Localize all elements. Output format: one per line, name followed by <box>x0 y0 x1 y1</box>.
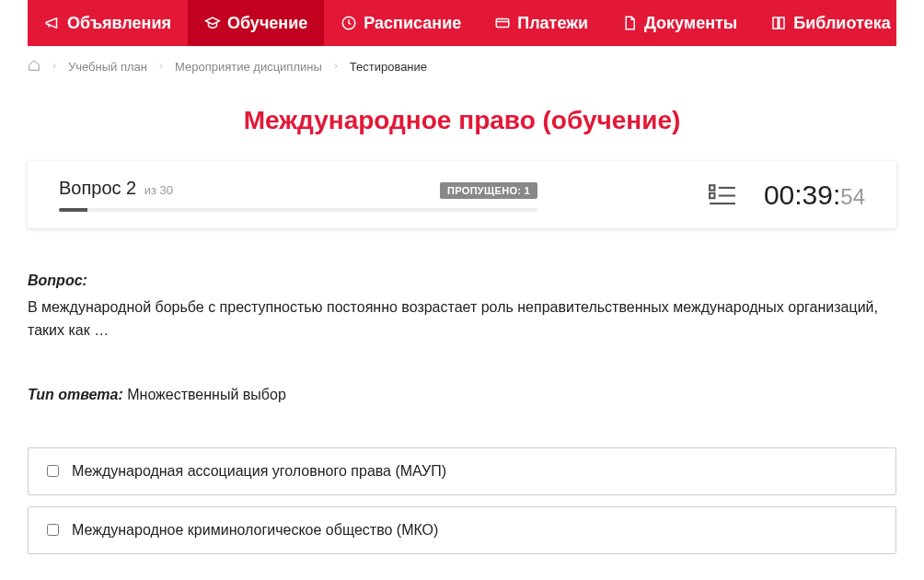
nav-announcements[interactable]: Объявления <box>28 0 188 46</box>
breadcrumb-current: Тестирование <box>350 60 427 74</box>
status-card: Вопрос 2 из 30 ПРОПУЩЕНО: 1 00:39:54 <box>28 161 896 228</box>
main-nav: Объявления Обучение Расписание Платежи <box>28 0 896 46</box>
option-item[interactable]: Международная ассоциация уголовного прав… <box>28 447 896 495</box>
timer: 00:39:54 <box>764 180 865 211</box>
progress-bar <box>59 208 537 212</box>
answer-type: Тип ответа: Множественный выбор <box>28 387 896 403</box>
nav-label: Обучение <box>227 14 307 33</box>
nav-documents[interactable]: Документы <box>605 0 754 46</box>
book-icon <box>770 15 787 31</box>
option-label: Международная ассоциация уголовного прав… <box>72 463 446 480</box>
page-title: Международное право (обучение) <box>28 106 896 135</box>
chevron-right-icon <box>331 60 341 74</box>
nav-label: Библиотека <box>793 14 891 33</box>
breadcrumb-link-plan[interactable]: Учебный план <box>68 60 147 74</box>
nav-education[interactable]: Обучение <box>188 0 324 46</box>
breadcrumb: Учебный план Мероприятие дисциплины Тест… <box>28 46 896 84</box>
nav-label: Платежи <box>517 14 588 33</box>
breadcrumb-link-event[interactable]: Мероприятие дисциплины <box>175 60 322 74</box>
chevron-right-icon <box>50 60 59 74</box>
home-icon[interactable] <box>28 59 40 75</box>
question-total: из 30 <box>144 183 173 197</box>
progress-fill <box>59 208 87 212</box>
svg-rect-2 <box>710 185 714 190</box>
megaphone-icon <box>44 15 61 31</box>
answer-type-label: Тип ответа: <box>28 387 123 402</box>
question-number: Вопрос 2 <box>59 178 136 198</box>
nav-schedule[interactable]: Расписание <box>324 0 478 46</box>
nav-library[interactable]: Библиотека <box>754 0 924 46</box>
document-icon <box>621 15 638 31</box>
option-checkbox[interactable] <box>47 465 59 477</box>
clock-icon <box>341 15 357 31</box>
chevron-down-icon <box>901 15 918 31</box>
nav-label: Расписание <box>364 14 461 33</box>
question-heading: Вопрос: <box>28 273 896 289</box>
svg-rect-1 <box>496 19 509 28</box>
question-text: В международной борьбе с преступностью п… <box>28 296 896 342</box>
card-icon <box>494 15 511 31</box>
nav-payments[interactable]: Платежи <box>478 0 605 46</box>
timer-seconds: 54 <box>840 184 865 210</box>
graduation-cap-icon <box>204 15 221 31</box>
horizontal-scrollbar[interactable] <box>0 565 924 566</box>
options-list: Международная ассоциация уголовного прав… <box>28 447 896 565</box>
question-list-button[interactable] <box>709 182 736 208</box>
skipped-badge: ПРОПУЩЕНО: 1 <box>440 182 537 199</box>
nav-label: Документы <box>644 14 737 33</box>
svg-rect-4 <box>710 192 714 197</box>
option-checkbox[interactable] <box>47 524 59 536</box>
chevron-right-icon <box>156 60 166 74</box>
answer-type-value: Множественный выбор <box>127 387 286 402</box>
option-label: Международное криминологическое общество… <box>72 522 438 539</box>
timer-main: 00:39: <box>764 180 840 211</box>
option-item[interactable]: Международное криминологическое общество… <box>28 506 896 554</box>
nav-label: Объявления <box>67 14 171 33</box>
